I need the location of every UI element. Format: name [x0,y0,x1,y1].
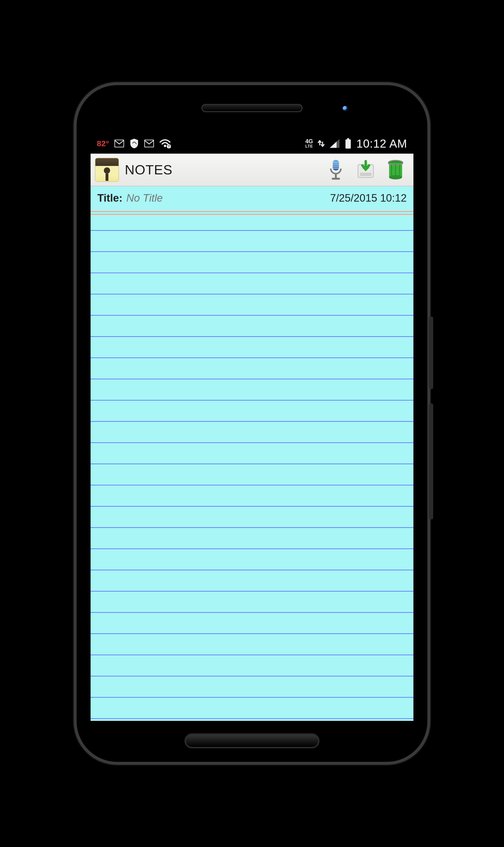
temperature-indicator: 82° [97,139,109,148]
bottom-speaker [184,733,320,748]
svg-rect-0 [115,140,124,147]
app-bar: NOTES [91,154,413,186]
svg-point-2 [164,145,166,147]
svg-text:?: ? [168,144,170,148]
title-label: Title: [97,192,122,204]
svg-rect-13 [335,174,337,178]
delete-trash-button[interactable] [383,158,408,182]
svg-rect-1 [145,140,154,147]
signal-strength-icon [329,139,340,148]
note-body-input[interactable] [96,217,408,718]
screen: 82° [91,133,413,721]
mail-icon [144,140,154,148]
svg-rect-16 [360,173,372,176]
phone-frame: 82° [74,82,430,765]
volume-rocker[interactable] [429,317,433,389]
wifi-help-icon: ? [159,139,171,148]
status-bar: 82° [91,133,413,154]
svg-rect-5 [347,138,349,139]
note-datetime: 7/25/2015 10:12 [330,192,407,204]
note-title-bar: Title: 7/25/2015 10:12 [91,186,413,210]
data-arrows-icon [318,139,325,148]
voice-record-button[interactable] [324,158,348,182]
svg-rect-14 [332,178,340,180]
note-paper [91,210,413,721]
svg-rect-8 [333,160,339,171]
mail-icon [114,140,124,148]
network-label: 4G [305,138,313,144]
network-type-indicator: 4G LTE [305,138,313,149]
proximity-sensor [343,106,348,111]
app-title: NOTES [125,162,173,177]
save-download-button[interactable] [354,158,378,182]
earpiece-speaker [201,104,303,112]
shield-sync-icon [129,138,139,149]
app-lock-notes-icon [95,158,119,182]
status-clock: 10:12 AM [356,137,407,150]
network-sublabel: LTE [305,144,313,149]
power-button[interactable] [429,403,433,519]
svg-rect-6 [345,139,351,149]
battery-icon [345,138,352,149]
note-title-input[interactable] [126,192,330,204]
